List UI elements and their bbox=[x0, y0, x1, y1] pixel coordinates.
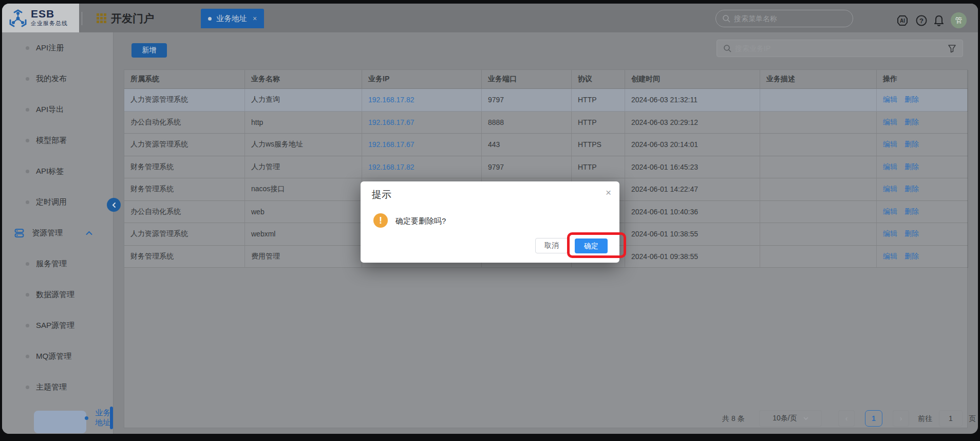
edit-link[interactable]: 编辑 bbox=[883, 207, 897, 216]
cell-name: http bbox=[245, 112, 362, 134]
edit-link[interactable]: 编辑 bbox=[883, 252, 897, 261]
table-search-box[interactable] bbox=[717, 40, 963, 57]
page-size-select[interactable]: 10条/页 bbox=[759, 410, 822, 427]
page-unit-label: 页 bbox=[969, 414, 976, 424]
column-header: 业务端口 bbox=[482, 70, 572, 89]
column-header: 协议 bbox=[572, 70, 625, 89]
sidebar-item-label: 主题管理 bbox=[36, 382, 67, 392]
delete-link[interactable]: 删除 bbox=[904, 252, 919, 261]
bullet-dot-icon bbox=[26, 324, 29, 327]
cell-desc bbox=[760, 201, 877, 224]
sidebar-item-3[interactable]: 模型部署 bbox=[2, 125, 113, 156]
sidebar-item-4[interactable]: API标签 bbox=[2, 156, 113, 187]
cell-system: 财务管理系统 bbox=[124, 246, 245, 268]
cell-port: 9797 bbox=[482, 89, 572, 112]
table-row[interactable]: 财务管理系统人力管理192.168.17.829797HTTP2024-06-0… bbox=[124, 156, 967, 179]
tab-close-icon[interactable]: × bbox=[253, 14, 257, 23]
sidebar-item-10[interactable]: MQ源管理 bbox=[2, 341, 113, 372]
sidebar-item-1[interactable]: 我的发布 bbox=[2, 63, 113, 94]
cell-name: nacos接口 bbox=[245, 178, 362, 201]
confirm-dialog: 提示 × ! 确定要删除吗? 取消 确定 bbox=[361, 181, 619, 263]
cell-name: 人力管理 bbox=[245, 156, 362, 179]
delete-link[interactable]: 删除 bbox=[904, 185, 919, 194]
delete-link[interactable]: 删除 bbox=[904, 162, 919, 172]
sidebar-item-label: 定时调用 bbox=[36, 197, 67, 207]
sidebar-item-label: SAP源管理 bbox=[36, 321, 74, 330]
column-header: 操作 bbox=[877, 70, 968, 89]
cell-actions: 编辑删除 bbox=[877, 223, 968, 246]
confirm-button[interactable]: 确定 bbox=[575, 238, 608, 253]
cell-ip[interactable]: 192.168.17.82 bbox=[362, 156, 482, 179]
cell-created: 2024-06-03 20:29:12 bbox=[625, 112, 760, 134]
delete-link[interactable]: 删除 bbox=[904, 229, 919, 238]
dialog-close-icon[interactable]: × bbox=[606, 188, 611, 198]
tab-business-address[interactable]: 业务地址 × bbox=[201, 9, 264, 28]
column-header: 所属系统 bbox=[124, 70, 245, 89]
cell-name: 人力查询 bbox=[245, 89, 362, 112]
sidebar-item-label: 资源管理 bbox=[32, 228, 63, 238]
cancel-button[interactable]: 取消 bbox=[535, 238, 568, 253]
sidebar-item-2[interactable]: API导出 bbox=[2, 94, 113, 125]
search-icon bbox=[723, 44, 731, 52]
cell-desc bbox=[760, 246, 877, 268]
active-item-background bbox=[34, 411, 86, 433]
sidebar-item-11[interactable]: 主题管理 bbox=[2, 372, 113, 402]
cell-port: 9797 bbox=[482, 156, 572, 179]
sidebar-menu: API注册我的发布API导出模型部署API标签定时调用资源管理服务管理数据源管理… bbox=[2, 32, 114, 434]
cell-name: web bbox=[245, 201, 362, 224]
sidebar-item-label: 模型部署 bbox=[36, 136, 67, 145]
notification-bell-icon[interactable] bbox=[933, 14, 945, 27]
next-page-button[interactable]: › bbox=[893, 410, 909, 427]
delete-link[interactable]: 删除 bbox=[904, 140, 919, 149]
cell-desc bbox=[760, 223, 877, 246]
cell-created: 2024-06-01 10:38:55 bbox=[625, 223, 760, 246]
goto-page-input[interactable] bbox=[941, 414, 960, 422]
cell-system: 财务管理系统 bbox=[124, 178, 245, 201]
cell-actions: 编辑删除 bbox=[877, 178, 968, 201]
sidebar-item-8[interactable]: 数据源管理 bbox=[2, 279, 113, 310]
table-row[interactable]: 人力资源管理系统人力ws服务地址192.168.17.67443HTTPS202… bbox=[124, 134, 967, 156]
table-search-input[interactable] bbox=[735, 44, 930, 52]
menu-search-input[interactable] bbox=[734, 14, 837, 23]
table-row[interactable]: 人力资源管理系统人力查询192.168.17.829797HTTP2024-06… bbox=[124, 89, 967, 112]
delete-link[interactable]: 删除 bbox=[904, 118, 919, 127]
edit-link[interactable]: 编辑 bbox=[883, 95, 897, 104]
bullet-dot-icon bbox=[26, 262, 29, 266]
menu-search-box[interactable] bbox=[715, 10, 853, 27]
sidebar-item-7[interactable]: 服务管理 bbox=[2, 248, 113, 279]
search-icon bbox=[722, 14, 730, 23]
sidebar-item-0[interactable]: API注册 bbox=[2, 32, 113, 63]
ai-assistant-icon[interactable]: AI bbox=[896, 14, 909, 27]
filter-funnel-icon[interactable] bbox=[948, 44, 956, 53]
edit-link[interactable]: 编辑 bbox=[883, 140, 897, 149]
edit-link[interactable]: 编辑 bbox=[883, 229, 897, 238]
sidebar-item-label: 数据源管理 bbox=[36, 290, 74, 300]
current-page-button[interactable]: 1 bbox=[865, 410, 882, 427]
add-button[interactable]: 新增 bbox=[131, 43, 167, 58]
cell-ip[interactable]: 192.168.17.82 bbox=[362, 89, 482, 112]
cell-ip[interactable]: 192.168.17.67 bbox=[362, 112, 482, 134]
user-avatar[interactable]: 管 bbox=[951, 12, 967, 28]
edit-link[interactable]: 编辑 bbox=[883, 118, 897, 127]
delete-link[interactable]: 删除 bbox=[904, 95, 919, 104]
edit-link[interactable]: 编辑 bbox=[883, 162, 897, 172]
sidebar-item-5[interactable]: 定时调用 bbox=[2, 187, 113, 217]
bullet-dot-icon bbox=[26, 170, 29, 173]
cell-system: 人力资源管理系统 bbox=[124, 223, 245, 246]
sidebar-item-label: API标签 bbox=[36, 167, 64, 176]
logo-panel: ESB 企业服务总线 bbox=[2, 4, 79, 32]
sidebar-item-6[interactable]: 资源管理 bbox=[2, 217, 113, 248]
cell-actions: 编辑删除 bbox=[877, 156, 968, 179]
goto-label: 前往 bbox=[918, 414, 932, 424]
cell-desc bbox=[760, 156, 877, 179]
prev-page-button[interactable]: ‹ bbox=[838, 410, 855, 427]
cell-protocol: HTTP bbox=[572, 156, 625, 179]
edit-link[interactable]: 编辑 bbox=[883, 185, 897, 194]
sidebar-item-12[interactable]: 业务地址 bbox=[2, 402, 113, 433]
sidebar-collapse-button[interactable] bbox=[107, 198, 121, 212]
help-icon[interactable]: ? bbox=[915, 14, 928, 27]
delete-link[interactable]: 删除 bbox=[904, 207, 919, 216]
cell-ip[interactable]: 192.168.17.67 bbox=[362, 134, 482, 156]
table-row[interactable]: 办公自动化系统http192.168.17.678888HTTP2024-06-… bbox=[124, 112, 967, 134]
sidebar-item-9[interactable]: SAP源管理 bbox=[2, 310, 113, 341]
